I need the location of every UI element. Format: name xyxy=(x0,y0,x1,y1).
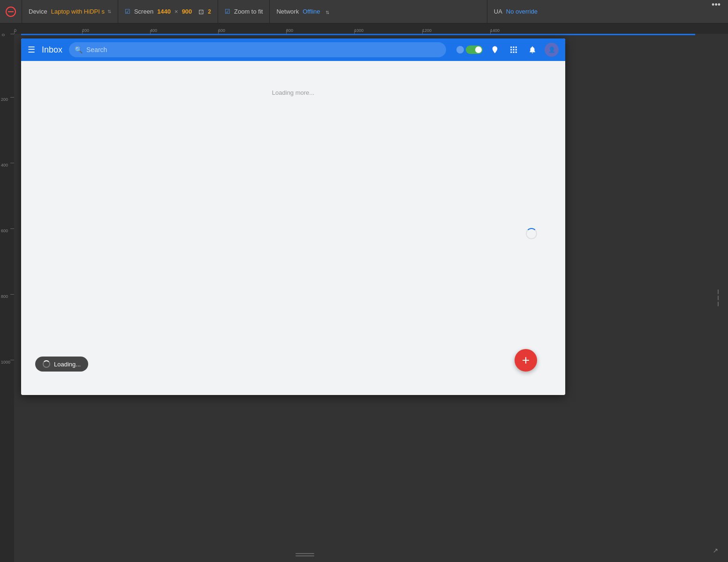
content-row: 0 200 400 600 800 1000 1200 1400 0 xyxy=(0,23,728,562)
resize-bar-3 xyxy=(718,302,719,306)
no-entry-icon[interactable] xyxy=(6,7,16,17)
preview-area: ☰ Inbox 🔍 Search xyxy=(14,34,728,562)
fab-button[interactable]: + xyxy=(515,349,537,372)
svg-rect-2 xyxy=(513,46,515,48)
device-label: Device xyxy=(29,8,47,15)
search-placeholder: Search xyxy=(86,46,107,53)
ruler-mark-1000: 1000 xyxy=(354,28,364,33)
tick-600 xyxy=(218,30,219,34)
zoom-label: Zoom to fit xyxy=(234,8,263,15)
ruler-mark-600: 600 xyxy=(218,28,225,33)
search-bar[interactable]: 🔍 Search xyxy=(69,42,446,57)
vtick-600 xyxy=(10,228,14,229)
location-icon[interactable] xyxy=(488,43,501,56)
network-label: Network xyxy=(276,8,299,15)
tick-800 xyxy=(286,30,287,34)
svg-rect-7 xyxy=(510,52,512,53)
avatar-initials: 👤 xyxy=(548,46,555,53)
toggle-container xyxy=(456,46,483,54)
loading-spinner xyxy=(526,228,537,239)
app-layout: Device Laptop with HiDPI s ⇅ ☑ Screen 14… xyxy=(0,0,728,562)
zoom-checkbox[interactable]: ☑ xyxy=(225,8,230,15)
fab-icon: + xyxy=(522,354,530,367)
ruler-mark-800: 800 xyxy=(286,28,293,33)
pill-spinner xyxy=(43,360,50,368)
svg-rect-9 xyxy=(516,52,517,53)
ruler-mark-1200: 1200 xyxy=(422,28,432,33)
toggle-switch[interactable] xyxy=(466,46,483,54)
badge-number: 2 xyxy=(208,8,211,15)
ua-value: No override xyxy=(506,8,538,15)
ruler-v-mark-600: 600 xyxy=(1,228,8,233)
header-icons: 👤 xyxy=(456,43,559,57)
ruler-mark-400: 400 xyxy=(150,28,157,33)
tick-0 xyxy=(14,30,15,34)
loading-more-text: Loading more... xyxy=(272,89,314,96)
zoom-section: ☑ Zoom to fit xyxy=(218,0,270,23)
search-icon: 🔍 xyxy=(75,46,83,53)
ruler-v-mark-0: 0 xyxy=(1,34,6,36)
tick-1200 xyxy=(422,30,423,34)
resize-handle-right[interactable] xyxy=(715,286,721,310)
svg-rect-4 xyxy=(510,49,512,51)
monitor-icon: ⊡ xyxy=(198,8,204,15)
loading-pill-text: Loading... xyxy=(54,361,81,368)
ruler-mark-200: 200 xyxy=(82,28,89,33)
svg-rect-1 xyxy=(510,46,512,48)
screen-section: ☑ Screen 1440 × 900 ⊡ 2 xyxy=(118,0,218,23)
avatar[interactable]: 👤 xyxy=(545,43,559,57)
vtick-1000 xyxy=(10,360,14,360)
ruler-v-mark-400: 400 xyxy=(1,163,8,167)
vtick-0 xyxy=(10,34,14,34)
screen-width: 1440 xyxy=(157,8,171,15)
tick-400 xyxy=(150,30,151,34)
resize-handle-bottom[interactable] xyxy=(296,553,314,556)
bottom-bar-1 xyxy=(296,553,314,554)
ruler-v-mark-200: 200 xyxy=(1,97,8,102)
svg-rect-5 xyxy=(513,49,515,51)
ruler-vertical: 0 200 400 600 800 1000 xyxy=(0,34,14,562)
screen-height: 900 xyxy=(182,8,192,15)
chevron-updown-icon: ⇅ xyxy=(107,9,111,14)
toolbar-left xyxy=(0,0,22,23)
vtick-200 xyxy=(10,97,14,98)
network-section: Network Offline ⇅ xyxy=(270,0,487,23)
inbox-app: ☰ Inbox 🔍 Search xyxy=(21,38,565,395)
screen-checkbox[interactable]: ☑ xyxy=(125,8,130,15)
vtick-400 xyxy=(10,163,14,163)
vtick-800 xyxy=(10,294,14,295)
ruler-horizontal: 0 200 400 600 800 1000 1200 1400 xyxy=(0,23,728,34)
toggle-left-icon xyxy=(456,46,464,53)
inbox-header: ☰ Inbox 🔍 Search xyxy=(21,38,565,61)
ua-label: UA xyxy=(494,8,502,15)
device-section: Device Laptop with HiDPI s ⇅ xyxy=(22,0,118,23)
apps-icon[interactable] xyxy=(507,43,520,56)
device-select[interactable]: Laptop with HiDPI s ⇅ xyxy=(51,8,111,15)
svg-rect-6 xyxy=(516,49,517,51)
tick-200 xyxy=(82,30,83,34)
hamburger-icon[interactable]: ☰ xyxy=(28,45,35,55)
tick-1000 xyxy=(354,30,355,34)
corner-resize-icon[interactable]: ↖ xyxy=(712,548,720,554)
notification-icon[interactable] xyxy=(526,43,539,56)
device-value: Laptop with HiDPI s xyxy=(51,8,105,15)
ruler-v-mark-800: 800 xyxy=(1,294,8,299)
tick-1400 xyxy=(490,30,491,34)
resize-bar-1 xyxy=(718,289,719,294)
device-frame: ☰ Inbox 🔍 Search xyxy=(21,38,565,395)
svg-rect-8 xyxy=(513,52,515,53)
ua-section: UA No override xyxy=(487,0,704,23)
resize-bar-2 xyxy=(718,296,719,300)
screen-label: Screen xyxy=(134,8,153,15)
network-chevron-icon[interactable]: ⇅ xyxy=(326,8,329,16)
more-button[interactable]: ••• xyxy=(704,0,728,23)
ruler-mark-1400: 1400 xyxy=(490,28,500,33)
bottom-bar-2 xyxy=(296,555,314,556)
screen-x: × xyxy=(174,8,178,15)
loading-pill: Loading... xyxy=(35,357,88,372)
svg-rect-3 xyxy=(516,46,517,48)
top-toolbar: Device Laptop with HiDPI s ⇅ ☑ Screen 14… xyxy=(0,0,728,23)
inbox-title: Inbox xyxy=(42,45,62,55)
ruler-v-mark-1000: 1000 xyxy=(1,360,10,365)
network-value: Offline xyxy=(303,8,320,15)
